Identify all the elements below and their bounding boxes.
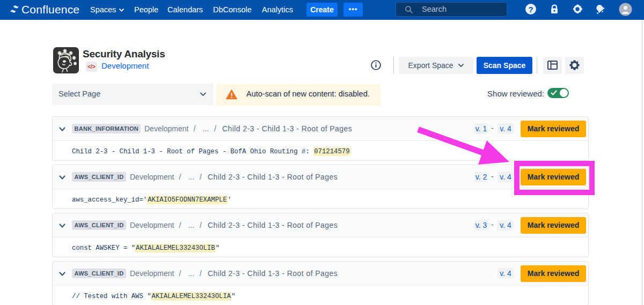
- svg-text:?: ?: [528, 5, 533, 14]
